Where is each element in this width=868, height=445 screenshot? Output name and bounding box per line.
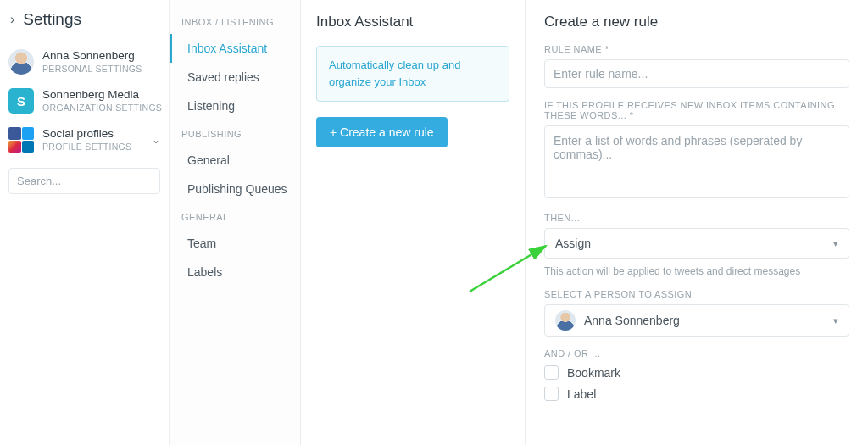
caret-down-icon: ▾ xyxy=(833,315,838,326)
nav-item-general[interactable]: General xyxy=(170,146,300,175)
then-value: Assign xyxy=(555,236,591,250)
avatar-icon xyxy=(555,310,576,331)
chevron-right-icon[interactable]: › xyxy=(10,12,14,27)
org-avatar: S xyxy=(8,88,34,114)
inbox-assistant-panel: Inbox Assistant Automatically clean up a… xyxy=(301,0,526,445)
social-thumbs-icon xyxy=(8,127,34,153)
nav-item-saved-replies[interactable]: Saved replies xyxy=(170,63,300,92)
info-card[interactable]: Automatically clean up and organize your… xyxy=(316,46,509,102)
nav-section-general: GENERAL xyxy=(170,203,300,229)
sidebar-item-social-profiles[interactable]: Social profiles PROFILE SETTINGS ⌄ xyxy=(0,120,169,159)
search-input[interactable] xyxy=(8,168,160,194)
nav-item-publishing-queues[interactable]: Publishing Queues xyxy=(170,175,300,203)
org-sub: ORGANIZATION SETTINGS xyxy=(42,103,160,114)
create-rule-button[interactable]: + Create a new rule xyxy=(316,117,448,147)
org-name: Sonnenberg Media xyxy=(42,88,160,103)
bookmark-label: Bookmark xyxy=(567,366,620,380)
then-dropdown[interactable]: Assign ▾ xyxy=(544,228,849,259)
assign-person-dropdown[interactable]: Anna Sonnenberg ▾ xyxy=(544,304,849,337)
nav-item-labels[interactable]: Labels xyxy=(170,258,300,286)
sidebar-item-organization[interactable]: S Sonnenberg Media ORGANIZATION SETTINGS xyxy=(0,81,169,120)
checkbox-icon xyxy=(544,387,559,401)
caret-down-icon: ▾ xyxy=(833,238,838,249)
label-label: Label xyxy=(567,387,596,401)
personal-sub: PERSONAL SETTINGS xyxy=(42,64,142,75)
chevron-down-icon[interactable]: ⌄ xyxy=(152,134,160,146)
panel-title: Inbox Assistant xyxy=(316,14,509,31)
assign-value: Anna Sonnenberg xyxy=(584,314,680,327)
then-label: THEN... xyxy=(544,213,849,223)
words-label: IF THIS PROFILE RECEIVES NEW INBOX ITEMS… xyxy=(544,100,849,120)
form-title: Create a new rule xyxy=(544,14,849,31)
andor-label: AND / OR ... xyxy=(544,348,849,359)
settings-title: Settings xyxy=(23,10,81,29)
nav-section-inbox: INBOX / LISTENING xyxy=(170,8,300,34)
rule-name-label: RULE NAME * xyxy=(544,44,849,54)
nav-item-team[interactable]: Team xyxy=(170,229,300,258)
settings-header: › Settings xyxy=(0,0,169,42)
assign-label: SELECT A PERSON TO ASSIGN xyxy=(544,289,849,299)
sidebar-item-personal[interactable]: Anna Sonnenberg PERSONAL SETTINGS xyxy=(0,42,169,81)
words-textarea[interactable] xyxy=(544,125,849,198)
settings-sidebar: › Settings Anna Sonnenberg PERSONAL SETT… xyxy=(0,0,170,445)
label-checkbox[interactable]: Label xyxy=(544,387,849,401)
personal-name: Anna Sonnenberg xyxy=(42,49,142,64)
nav-section-publishing: PUBLISHING xyxy=(170,120,300,146)
create-rule-form: Create a new rule RULE NAME * IF THIS PR… xyxy=(526,0,868,445)
nav-item-listening[interactable]: Listening xyxy=(170,92,300,120)
checkbox-icon xyxy=(544,365,559,380)
rule-name-input[interactable] xyxy=(544,59,849,88)
social-sub: PROFILE SETTINGS xyxy=(42,142,131,153)
then-help-text: This action will be applied to tweets an… xyxy=(544,265,849,277)
nav-item-inbox-assistant[interactable]: Inbox Assistant xyxy=(170,34,300,63)
social-name: Social profiles xyxy=(42,127,131,142)
avatar xyxy=(8,49,34,75)
settings-nav: INBOX / LISTENING Inbox Assistant Saved … xyxy=(170,0,301,445)
bookmark-checkbox[interactable]: Bookmark xyxy=(544,365,849,380)
